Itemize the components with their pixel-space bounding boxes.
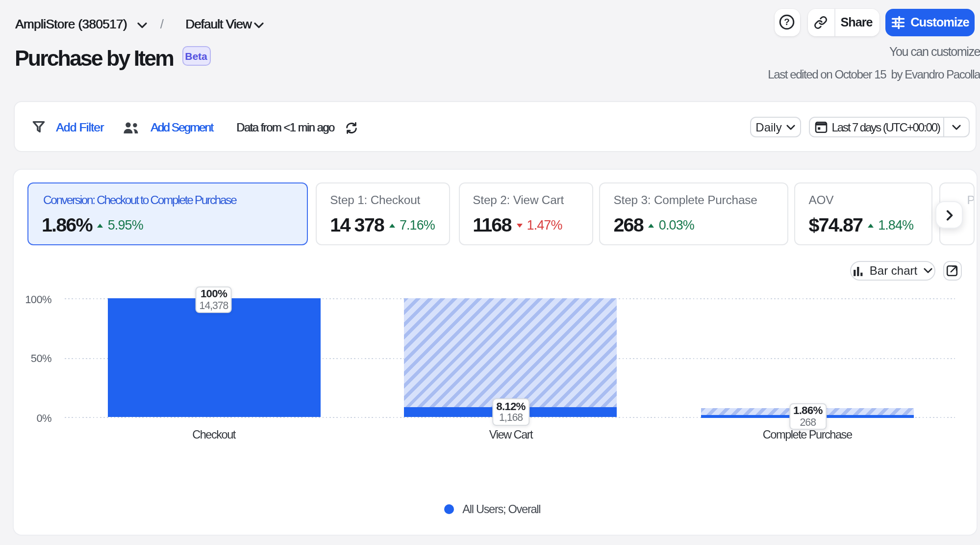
svg-text:?: ? — [784, 17, 790, 27]
